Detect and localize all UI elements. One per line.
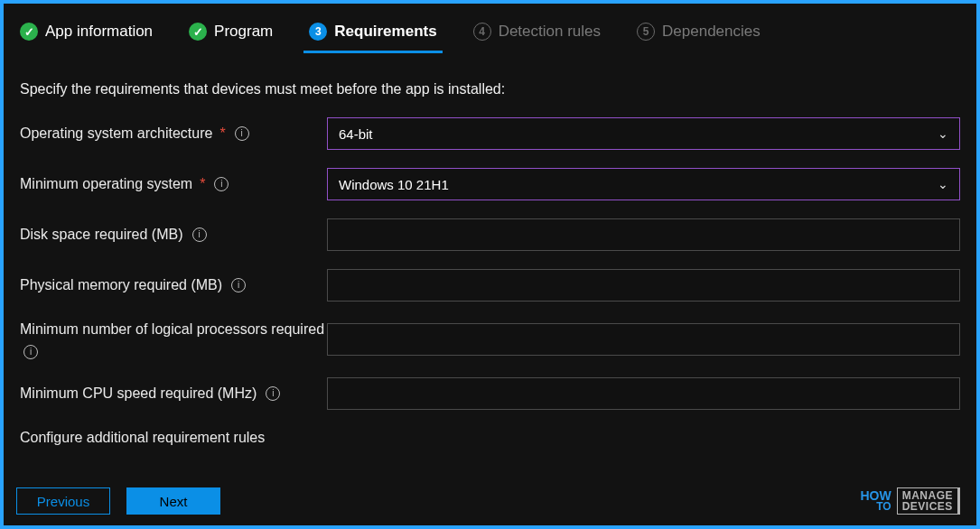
info-icon[interactable]: i <box>231 278 246 292</box>
step-number: 5 <box>637 23 655 41</box>
wizard-stepper: App information Program 3 Requirements 4… <box>20 16 960 52</box>
label-text: Minimum number of logical processors req… <box>20 320 324 339</box>
label-text: Minimum CPU speed required (MHz) <box>20 384 257 404</box>
step-label: Dependencies <box>662 23 761 41</box>
watermark: HOW TO MANAGE DEVICES <box>860 487 960 515</box>
logical-processors-input[interactable] <box>327 323 960 356</box>
watermark-box: MANAGE DEVICES <box>897 487 960 515</box>
check-icon <box>189 23 207 41</box>
row-physical-memory: Physical memory required (MB) i <box>20 269 960 302</box>
required-asterisk: * <box>219 124 225 144</box>
required-asterisk: * <box>200 174 205 194</box>
row-os-architecture: Operating system architecture * i 64-bit… <box>20 117 960 150</box>
info-icon[interactable]: i <box>266 386 280 401</box>
field-label: Minimum number of logical processors req… <box>20 320 327 359</box>
cpu-speed-input[interactable] <box>327 377 960 410</box>
label-text: Physical memory required (MB) <box>20 275 222 295</box>
step-label: Requirements <box>334 23 436 41</box>
next-button[interactable]: Next <box>126 487 220 515</box>
row-cpu-speed: Minimum CPU speed required (MHz) i <box>20 377 960 410</box>
minimum-os-select[interactable]: Windows 10 21H1 ⌄ <box>327 168 960 200</box>
info-icon[interactable]: i <box>235 126 249 141</box>
physical-memory-input[interactable] <box>327 269 960 302</box>
step-label: App information <box>45 23 153 41</box>
label-text: Minimum operating system <box>20 174 192 194</box>
step-program[interactable]: Program <box>189 23 273 46</box>
os-architecture-select[interactable]: 64-bit ⌄ <box>327 117 960 150</box>
step-dependencies[interactable]: 5 Dependencies <box>637 23 761 46</box>
select-value: 64-bit <box>339 126 373 142</box>
label-text: Disk space required (MB) <box>20 225 183 245</box>
previous-button[interactable]: Previous <box>16 487 110 515</box>
check-icon <box>20 23 38 41</box>
info-icon[interactable]: i <box>214 177 229 191</box>
watermark-text: DEVICES <box>902 501 953 512</box>
info-icon[interactable]: i <box>23 345 38 359</box>
row-logical-processors: Minimum number of logical processors req… <box>20 320 960 359</box>
field-label: Operating system architecture * i <box>20 124 327 144</box>
step-label: Detection rules <box>499 23 601 41</box>
button-label: Previous <box>37 494 89 509</box>
row-disk-space: Disk space required (MB) i <box>20 218 960 251</box>
field-label: Minimum CPU speed required (MHz) i <box>20 384 327 404</box>
step-app-information[interactable]: App information <box>20 23 153 46</box>
disk-space-input[interactable] <box>327 218 960 251</box>
row-minimum-os: Minimum operating system * i Windows 10 … <box>20 168 960 200</box>
button-label: Next <box>160 494 188 509</box>
step-detection-rules[interactable]: 4 Detection rules <box>473 23 601 46</box>
requirements-form: Operating system architecture * i 64-bit… <box>20 117 960 410</box>
step-requirements[interactable]: 3 Requirements <box>309 23 436 46</box>
chevron-down-icon: ⌄ <box>938 126 948 141</box>
field-label: Physical memory required (MB) i <box>20 275 327 295</box>
step-number: 4 <box>473 23 491 41</box>
select-value: Windows 10 21H1 <box>339 177 449 192</box>
field-label: Minimum operating system * i <box>20 174 327 194</box>
label-text: Operating system architecture <box>20 124 212 144</box>
watermark-text: TO <box>860 502 891 512</box>
info-icon[interactable]: i <box>192 227 207 242</box>
field-label: Disk space required (MB) i <box>20 225 327 245</box>
step-number: 3 <box>309 23 327 41</box>
watermark-howto: HOW TO <box>860 490 891 511</box>
chevron-down-icon: ⌄ <box>938 177 948 191</box>
wizard-footer: Previous Next <box>16 487 220 515</box>
app-frame: App information Program 3 Requirements 4… <box>0 0 980 529</box>
step-label: Program <box>214 23 273 41</box>
intro-text: Specify the requirements that devices mu… <box>20 81 960 97</box>
additional-rules-heading: Configure additional requirement rules <box>20 430 960 446</box>
